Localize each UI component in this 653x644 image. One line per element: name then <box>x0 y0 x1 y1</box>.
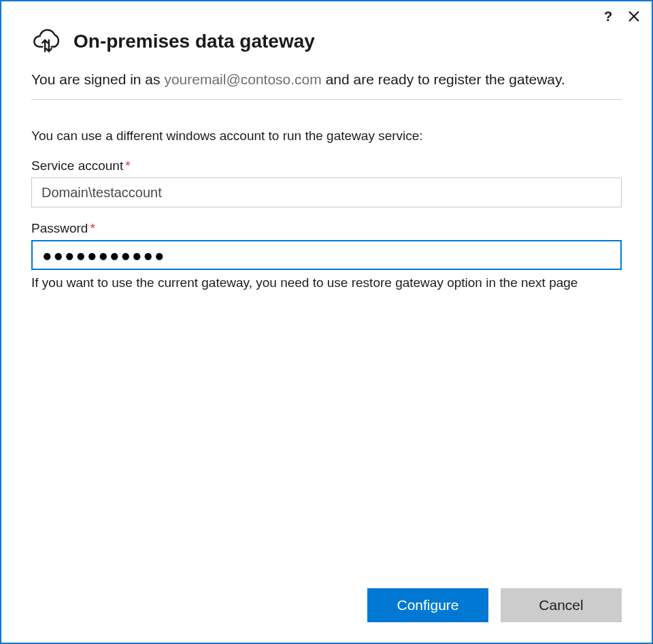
required-indicator: * <box>90 221 95 235</box>
instruction-text: You can use a different windows account … <box>31 129 622 143</box>
signed-in-subtitle: You are signed in as youremail@contoso.c… <box>31 69 622 90</box>
subtitle-prefix: You are signed in as <box>31 71 164 87</box>
required-indicator: * <box>125 158 130 173</box>
main-content: On-premises data gateway You are signed … <box>1 1 652 292</box>
restore-hint: If you want to use the current gateway, … <box>31 274 622 292</box>
password-input[interactable]: ●●●●●●●●●●● <box>31 240 622 270</box>
titlebar-controls: ? <box>601 10 641 23</box>
close-icon[interactable] <box>627 10 641 23</box>
service-account-label: Service account* <box>31 158 622 173</box>
cancel-button[interactable]: Cancel <box>501 588 622 622</box>
password-label-text: Password <box>31 221 88 235</box>
service-account-label-text: Service account <box>31 158 123 173</box>
footer-buttons: Configure Cancel <box>367 588 622 622</box>
configure-button[interactable]: Configure <box>367 588 488 622</box>
subtitle-email: youremail@contoso.com <box>164 71 321 87</box>
page-title: On-premises data gateway <box>73 31 315 52</box>
help-icon[interactable]: ? <box>601 10 615 23</box>
subtitle-suffix: and are ready to register the gateway. <box>322 71 565 87</box>
service-account-input[interactable] <box>31 177 622 207</box>
header-row: On-premises data gateway <box>31 26 622 57</box>
header-divider <box>31 99 622 100</box>
password-label: Password* <box>31 221 622 236</box>
cloud-gateway-icon <box>31 26 63 57</box>
